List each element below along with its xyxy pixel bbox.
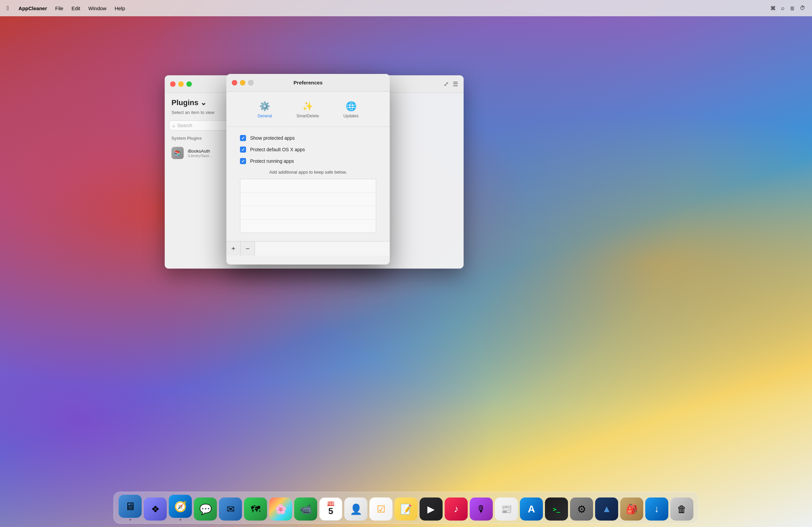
dock-facetime[interactable]: 📹 [294,498,317,521]
controls-icon[interactable]: ≣ [790,5,794,12]
dock-launchpad[interactable]: ❖ [144,498,167,521]
dock-news[interactable]: 📰 [495,498,518,521]
news-icon: 📰 [495,498,518,521]
dock-appletv[interactable]: ▶ [420,498,443,521]
dock-misc[interactable]: 🎒 [620,498,643,521]
reminders-icon: ☑ [369,498,392,521]
prefs-bottom-bar: + − [227,241,390,256]
tab-general-label: General [258,114,272,118]
terminal-icon: >_ [545,498,568,521]
menubar-window[interactable]: Window [84,4,111,13]
tab-smartdelete-label: SmartDelete [296,114,319,118]
appletv-icon: ▶ [420,498,443,521]
dock-messages[interactable]: 💬 [194,498,217,521]
maps-icon: 🗺 [244,498,267,521]
trash-icon: 🗑 [670,498,693,521]
menubar-edit[interactable]: Edit [68,4,84,13]
menubar-right-icons: ⌘ ⌕ ≣ ⏱ [770,5,805,12]
dock-notes[interactable]: 📝 [394,498,418,521]
dock-finder[interactable]: 🖥 [119,495,142,521]
wifi-icon[interactable]: ⌘ [770,5,776,12]
safari-icon: 🧭 [169,495,192,518]
additional-apps-label: Add additional apps to keep safe below. [240,170,376,175]
minimize-button[interactable] [178,81,184,87]
dock-podcasts[interactable]: 🎙 [470,498,493,521]
menubar-appcleaner[interactable]: AppCleaner [15,4,51,13]
appstore-icon: A [520,498,543,521]
expand-icon[interactable]: ⤢ [444,80,449,88]
checkbox-protect-running-label: Protect running apps [250,158,294,164]
prefs-titlebar: Preferences [227,74,390,91]
menubar-help[interactable]: Help [111,4,129,13]
dock-syspref[interactable]: ⚙ [570,498,593,521]
tab-updates-label: Updates [343,114,359,118]
contacts-icon: 👤 [344,498,367,521]
dock-mail[interactable]: ✉ [219,498,242,521]
clock-icon[interactable]: ⏱ [800,5,805,11]
dock-downloader[interactable]: ↓ [645,498,668,521]
checkbox-show-protected-box[interactable]: ✓ [240,135,246,141]
menubar-file[interactable]: File [51,4,68,13]
dock-music[interactable]: ♪ [445,498,468,521]
tab-smartdelete[interactable]: ✨ SmartDelete [291,98,325,121]
calendar-icon: FEB 5 [319,498,342,521]
checkbox-protect-default-box[interactable]: ✓ [240,146,246,153]
list-icon[interactable]: ☰ [453,80,458,88]
dock-safari[interactable]: 🧭 [169,495,192,521]
facetime-icon: 📹 [294,498,317,521]
close-button[interactable] [170,81,176,87]
misc-icon: 🎒 [620,498,643,521]
syspref-icon: ⚙ [570,498,593,521]
safe-apps-row-1 [240,179,376,193]
dock-contacts[interactable]: 👤 [344,498,367,521]
app-path-input[interactable] [255,241,390,256]
window-toolbar-right: ⤢ ☰ [444,80,458,88]
dock-maps[interactable]: 🗺 [244,498,267,521]
sidebar-title-text: Plugins [172,98,198,107]
finder-dot [129,519,131,521]
safe-apps-list[interactable] [240,179,376,233]
music-icon: ♪ [445,498,468,521]
gear-icon: ⚙️ [259,101,270,112]
checkbox-protect-default[interactable]: ✓ Protect default OS X apps [240,146,376,153]
sidebar-title-arrow: ⌄ [200,98,206,107]
preferences-dialog: Preferences ⚙️ General ✨ SmartDelete 🌐 U… [227,74,390,265]
altair-icon: ▲ [595,498,618,521]
prefs-close-button[interactable] [232,80,237,85]
checkbox-protect-running[interactable]: ✓ Protect running apps [240,158,376,164]
mail-icon: ✉ [219,498,242,521]
podcasts-icon: 🎙 [470,498,493,521]
messages-icon: 💬 [194,498,217,521]
finder-icon: 🖥 [119,495,142,518]
dock-appstore[interactable]: A [520,498,543,521]
downloader-icon: ↓ [645,498,668,521]
globe-icon: 🌐 [346,101,357,112]
dock-altair[interactable]: ▲ [595,498,618,521]
dock-terminal[interactable]: >_ [545,498,568,521]
prefs-minimize-button[interactable] [240,80,245,85]
checkbox-protect-running-box[interactable]: ✓ [240,158,246,164]
search-icon[interactable]: ⌕ [781,5,785,11]
prefs-title: Preferences [293,80,323,85]
checkbox-protect-default-label: Protect default OS X apps [250,147,305,152]
safari-dot [179,519,181,521]
tab-updates[interactable]: 🌐 Updates [338,98,364,121]
dock-photos[interactable]: 🌸 [269,498,292,521]
search-icon-small: ⌕ [173,123,175,128]
notes-icon: 📝 [394,498,418,521]
checkbox-show-protected[interactable]: ✓ Show protected apps [240,135,376,141]
dock-reminders[interactable]: ☑ [369,498,392,521]
dock-calendar[interactable]: FEB 5 [319,498,342,521]
prefs-content: ✓ Show protected apps ✓ Protect default … [227,127,390,241]
remove-app-button[interactable]: − [241,241,255,256]
sparkles-icon: ✨ [302,101,313,112]
add-app-button[interactable]: + [227,241,241,256]
photos-icon: 🌸 [269,498,292,521]
dock-trash[interactable]: 🗑 [670,498,693,521]
prefs-maximize-button[interactable] [248,80,253,85]
maximize-button[interactable] [186,81,192,87]
safe-apps-row-3 [240,206,376,220]
prefs-tabs: ⚙️ General ✨ SmartDelete 🌐 Updates [227,91,390,127]
tab-general[interactable]: ⚙️ General [252,98,278,121]
apple-menu-icon[interactable]:  [7,5,9,12]
